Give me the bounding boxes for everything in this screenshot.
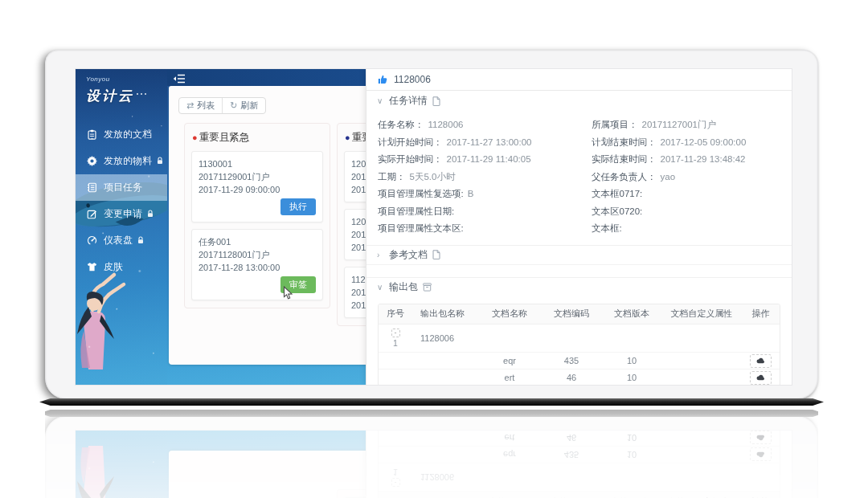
lock-icon xyxy=(137,236,144,244)
device-frame: Yonyou 设计云 发放的文档 xyxy=(45,50,818,399)
doc-version: 10 xyxy=(602,354,661,367)
download-button[interactable] xyxy=(750,371,772,385)
exchange-icon: ⇄ xyxy=(186,100,194,111)
field: 父任务负责人：yao xyxy=(592,169,780,186)
ledger-icon xyxy=(86,182,97,193)
field-label: 所属项目： xyxy=(592,120,638,129)
section-reference-docs[interactable]: › 参考文档 xyxy=(366,245,792,265)
output-package-table: 序号 输出包名称 文档名称 文档编码 文档版本 文档自定义属性 操作 - 1 xyxy=(378,304,780,386)
detail-header: 1128006 xyxy=(366,69,792,91)
field-value: 2017-11-29 13:48:42 xyxy=(661,154,746,164)
logo-ink-dots xyxy=(134,83,146,98)
sidebar-item-issued-documents[interactable]: 发放的文档 xyxy=(76,121,167,148)
field-value: yao xyxy=(661,172,676,182)
field: 工期：5天5.0小时 xyxy=(378,169,592,186)
field-value: 5天5.0小时 xyxy=(410,172,456,182)
sidebar-item-label: 仪表盘 xyxy=(104,234,133,247)
task-id: 任务001 xyxy=(199,235,316,248)
table-header-row: 序号 输出包名称 文档名称 文档编码 文档版本 文档自定义属性 操作 xyxy=(379,304,780,324)
col-package-name: 输出包名称 xyxy=(412,306,478,321)
lock-icon xyxy=(147,210,154,218)
edit-icon xyxy=(86,209,97,219)
list-view-button[interactable]: ⇄ 列表 xyxy=(179,98,222,113)
field-value: 1128006 xyxy=(428,120,464,129)
sidebar-item-label: 发放的物料 xyxy=(104,154,152,168)
refresh-label: 刷新 xyxy=(240,100,258,112)
chevron-down-icon: ∨ xyxy=(377,283,384,292)
col-seq: 序号 xyxy=(379,306,412,321)
sidebar-item-issued-materials[interactable]: 发放的物料 xyxy=(76,148,167,174)
sidebar-item-label: 项目任务 xyxy=(104,181,142,194)
column-title-text: 重要且紧急 xyxy=(199,131,250,145)
thumbs-up-icon xyxy=(378,75,388,84)
field: 文本区0720: xyxy=(592,203,780,221)
menu-fold-icon[interactable] xyxy=(173,72,186,87)
device-hinge xyxy=(39,398,824,406)
navy-dot-icon: ● xyxy=(345,133,350,142)
refresh-button[interactable]: ↻ 刷新 xyxy=(222,98,265,113)
file-icon xyxy=(432,96,440,106)
screen: Yonyou 设计云 发放的文档 xyxy=(76,69,792,385)
sidebar-item-change-request[interactable]: 变更申请 xyxy=(76,201,167,227)
approve-button[interactable]: 审签 xyxy=(280,276,316,293)
detail-fields: 任务名称：1128006 所属项目：20171127001门户 计划开始时间：2… xyxy=(366,111,792,245)
device-mockup: Yonyou 设计云 发放的文档 xyxy=(45,50,818,406)
row-seq: 1 xyxy=(379,338,412,348)
field-value: 2017-11-27 13:00:00 xyxy=(447,137,532,147)
field-value: 2017-12-05 09:00:00 xyxy=(661,137,747,147)
section-gap xyxy=(366,265,792,277)
field-label: 文本区0720: xyxy=(592,206,642,216)
sidebar-item-label: 皮肤 xyxy=(104,260,123,274)
sidebar-item-skin[interactable]: 皮肤 xyxy=(76,254,167,280)
task-detail-panel: 1128006 ∨ 任务详情 任务名称：1128006 所属项目：2017112… xyxy=(366,69,792,385)
field-label: 父任务负责人： xyxy=(592,172,657,182)
sidebar-item-dashboard[interactable]: 仪表盘 xyxy=(76,227,167,254)
col-doc-custom-attr: 文档自定义属性 xyxy=(661,306,742,321)
field: 文本框: xyxy=(592,220,780,238)
field-value: B xyxy=(468,189,474,198)
lock-icon xyxy=(157,157,163,165)
logo-brand: Yonyou xyxy=(86,76,167,83)
field-label: 工期： xyxy=(378,172,406,182)
logo: Yonyou 设计云 xyxy=(76,69,167,104)
section-label: 任务详情 xyxy=(389,94,428,108)
sidebar-nav: 发放的文档 发放的物料 xyxy=(76,121,167,280)
doc-code: 435 xyxy=(541,354,602,367)
field-label: 实际开始时间： xyxy=(378,154,443,164)
field-label: 实际结束时间： xyxy=(592,154,657,164)
field: 计划结束时间：2017-12-05 09:00:00 xyxy=(592,134,780,152)
field: 项目管理属性日期: xyxy=(378,203,592,221)
field-label: 计划结束时间： xyxy=(592,137,657,147)
task-project: 20171129001门户 xyxy=(199,170,316,183)
table-group-row: - 1 1128006 xyxy=(379,324,780,352)
list-view-label: 列表 xyxy=(197,100,215,112)
section-task-detail[interactable]: ∨ 任务详情 xyxy=(366,91,792,111)
field: 项目管理属性复选项:B xyxy=(378,186,592,203)
gear-icon xyxy=(86,156,97,166)
chevron-down-icon: ∨ xyxy=(377,96,384,105)
column-title: ● 重要且紧急 xyxy=(192,131,323,145)
task-card[interactable]: 任务001 20171128001门户 2017-11-28 13:00:00 … xyxy=(191,229,323,300)
field: 实际开始时间：2017-11-29 11:40:05 xyxy=(378,151,592,169)
field-value: 20171127001门户 xyxy=(642,120,717,129)
field-label: 项目管理属性复选项: xyxy=(378,189,464,198)
sidebar-item-project-tasks[interactable]: 项目任务 xyxy=(76,174,167,201)
gauge-icon xyxy=(86,235,97,246)
download-button[interactable] xyxy=(750,354,772,368)
task-project: 20171128001门户 xyxy=(199,248,316,261)
field: 文本框0717: xyxy=(592,186,780,203)
field: 项目管理属性文本区: xyxy=(378,220,592,238)
collapse-row-button[interactable]: - xyxy=(391,329,400,337)
field-label: 项目管理属性文本区: xyxy=(378,223,464,233)
section-output-package[interactable]: ∨ 输出包 xyxy=(366,277,792,297)
red-dot-icon: ● xyxy=(192,133,198,142)
girl-illustration xyxy=(76,267,137,371)
board-toolbar: ⇄ 列表 ↻ 刷新 xyxy=(178,97,266,114)
doc-code: 46 xyxy=(541,371,602,384)
doc-name: eqr xyxy=(478,354,541,367)
task-datetime: 2017-11-29 09:00:00 xyxy=(199,183,316,196)
execute-button[interactable]: 执行 xyxy=(280,198,316,215)
field-label: 计划开始时间： xyxy=(378,137,443,147)
task-id: 1130001 xyxy=(199,157,316,170)
task-card[interactable]: 1130001 20171129001门户 2017-11-29 09:00:0… xyxy=(191,151,323,222)
